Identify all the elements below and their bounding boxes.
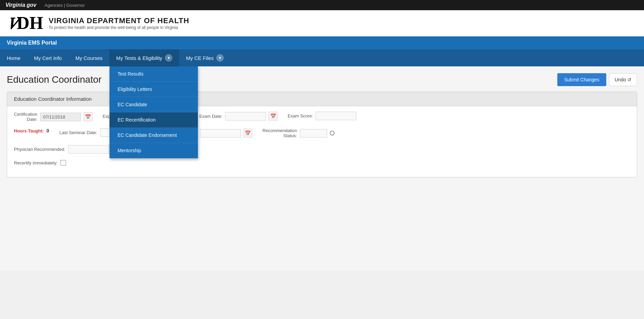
rec-status-field: RecommendationStatus: — [262, 128, 335, 138]
vdh-italic-logo: 𝑉DH — [7, 13, 43, 33]
exam-date-input[interactable] — [225, 112, 266, 121]
exam-date-label: Exam Date: — [199, 114, 222, 119]
nav-label-home: Home — [7, 55, 20, 61]
certification-date-label: CertificationDate: — [14, 112, 37, 122]
tests-dropdown-menu: Test Results Eligibility Letters EC Cand… — [109, 66, 198, 158]
virginia-italic: Virginia — [5, 2, 25, 8]
nav-label-cert-info: My Cert Info — [34, 55, 62, 61]
tests-chevron-down-icon: ▼ — [165, 54, 172, 62]
dropdown-label-ec-recertification: EC Recertification — [118, 117, 156, 123]
undo-button[interactable]: Undo ↺ — [609, 73, 637, 86]
dropdown-item-ec-candidate[interactable]: EC Candidate — [109, 97, 198, 112]
nav-item-courses[interactable]: My Courses — [69, 49, 109, 66]
vdh-title-block: VIRGINIA DEPARTMENT OF HEALTH To protect… — [49, 16, 189, 30]
rec-expiration-date-calendar-icon[interactable]: 📅 — [243, 129, 252, 138]
main-content: Education Coordinator Submit Changes Und… — [0, 66, 644, 271]
top-bar: Virginia.gov Agencies | Governor — [0, 0, 644, 10]
recertify-label: Recertify Immediately: — [14, 160, 58, 165]
vdh-subtitle: To protect the health and promote the we… — [49, 25, 189, 30]
physician-recommended-input[interactable] — [68, 145, 109, 154]
exam-date-field: Exam Date: 📅 — [199, 112, 277, 121]
dropdown-label-test-results: Test Results — [118, 71, 143, 77]
form-body: CertificationDate: 📅 Expiration Date: 📅 … — [7, 106, 637, 177]
recertify-checkbox[interactable] — [61, 160, 66, 165]
hours-taught-field: Hours Taught: 0 — [14, 128, 49, 133]
exam-score-label: Exam Score: — [288, 113, 313, 118]
exam-score-field: Exam Score: — [288, 112, 356, 120]
nav-label-ce-files: My CE Files — [186, 55, 214, 61]
vdh-header: 𝑉DH VIRGINIA DEPARTMENT OF HEALTH To pro… — [0, 10, 644, 36]
dropdown-label-ec-candidate-endorsement: EC Candidate Endorsement — [118, 132, 177, 138]
section-title: Education Coordinator Information — [14, 96, 91, 102]
certification-date-input[interactable] — [40, 113, 81, 121]
page-header: Education Coordinator Submit Changes Und… — [7, 73, 637, 86]
exam-date-calendar-icon[interactable]: 📅 — [269, 112, 277, 121]
physician-recommended-field: Physician Recommended: ⌃ — [14, 144, 118, 154]
form-section: Education Coordinator Information Certif… — [7, 92, 637, 177]
dropdown-item-eligibility-letters[interactable]: Eligibility Letters — [109, 82, 198, 97]
hours-taught-value: 0 — [47, 128, 49, 133]
page-title: Education Coordinator — [7, 74, 102, 85]
hours-taught-label: Hours Taught: — [14, 128, 44, 133]
dropdown-item-ec-recertification[interactable]: EC Recertification — [109, 112, 198, 128]
rec-status-radio[interactable] — [330, 131, 335, 135]
nav-item-home[interactable]: Home — [0, 49, 27, 66]
nav-item-cert-info[interactable]: My Cert Info — [27, 49, 69, 66]
virginia-gov-logo: Virginia.gov — [5, 2, 38, 8]
dropdown-label-mentorship: Mentorship — [118, 148, 141, 153]
portal-bar: Virginia EMS Portal — [0, 36, 644, 49]
exam-score-input[interactable] — [316, 112, 356, 120]
dropdown-label-ec-candidate: EC Candidate — [118, 102, 147, 107]
top-bar-links[interactable]: Agencies | Governor — [45, 3, 85, 8]
dropdown-item-ec-candidate-endorsement[interactable]: EC Candidate Endorsement — [109, 128, 198, 143]
rec-expiration-date-input[interactable] — [200, 129, 241, 138]
submit-changes-button[interactable]: Submit Changes — [557, 73, 606, 86]
vdh-logo: 𝑉DH — [7, 14, 43, 32]
dropdown-item-test-results[interactable]: Test Results — [109, 66, 198, 82]
header-actions: Submit Changes Undo ↺ — [557, 73, 637, 86]
nav-item-tests-wrapper: My Tests & Eligibility ▼ Test Results El… — [109, 49, 180, 66]
rec-status-input[interactable] — [300, 129, 327, 138]
form-row-3: Physician Recommended: ⌃ — [14, 144, 630, 154]
dropdown-item-mentorship[interactable]: Mentorship — [109, 143, 198, 158]
certification-date-calendar-icon[interactable]: 📅 — [84, 112, 92, 121]
nav-label-tests: My Tests & Eligibility — [116, 55, 163, 61]
portal-title: Virginia EMS Portal — [7, 40, 57, 46]
nav-label-courses: My Courses — [75, 55, 103, 61]
dropdown-label-eligibility-letters: Eligibility Letters — [118, 86, 152, 92]
ce-files-chevron-down-icon: ▼ — [216, 54, 224, 62]
form-section-header: Education Coordinator Information — [7, 92, 637, 106]
physician-recommended-label: Physician Recommended: — [14, 147, 65, 152]
gov-text: gov — [27, 2, 36, 8]
form-row-2: Hours Taught: 0 Last Seminar Date: 📅 Rec… — [14, 128, 630, 138]
form-row-1: CertificationDate: 📅 Expiration Date: 📅 … — [14, 112, 630, 122]
nav-item-ce-files[interactable]: My CE Files ▼ — [179, 49, 231, 66]
form-row-4: Recertify Immediately: — [14, 160, 630, 165]
certification-date-field: CertificationDate: 📅 — [14, 112, 92, 122]
rec-status-label: RecommendationStatus: — [262, 128, 297, 138]
nav-bar: Home My Cert Info My Courses My Tests & … — [0, 49, 644, 66]
last-seminar-date-label: Last Seminar Date: — [60, 130, 97, 135]
recertify-field: Recertify Immediately: — [14, 160, 66, 165]
vdh-title: VIRGINIA DEPARTMENT OF HEALTH — [49, 16, 189, 25]
nav-item-tests[interactable]: My Tests & Eligibility ▼ — [109, 49, 180, 66]
virginia-logo-text: Virginia.gov — [5, 2, 36, 8]
